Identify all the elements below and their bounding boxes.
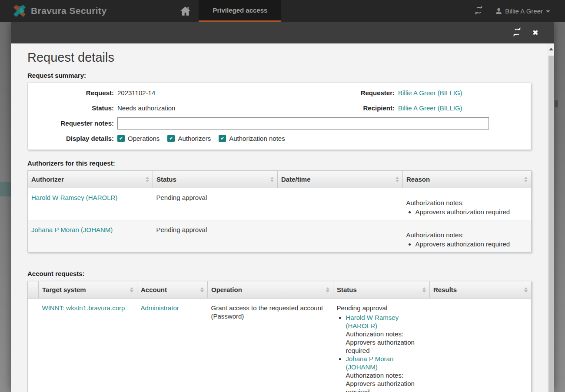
request-value: 20231102-14	[117, 89, 341, 96]
checkbox-authorizers[interactable]: Authorizers	[167, 135, 211, 142]
requester-label: Requester:	[344, 89, 395, 96]
authorizer-status: Pending approval	[153, 220, 278, 252]
bravura-logo-icon	[12, 3, 27, 19]
modal-body: Request details Request summary: Request…	[11, 43, 554, 392]
sort-icon	[422, 287, 426, 292]
operation-cell: Grant access to the requested account (P…	[208, 299, 333, 392]
scroll-up-icon	[549, 48, 553, 50]
column-header-blank	[28, 281, 39, 299]
close-icon[interactable]: ✖	[532, 28, 538, 37]
checkbox-authorization-notes[interactable]: Authorization notes	[219, 135, 285, 142]
table-row: Johana P Moran (JOHANM) Pending approval…	[28, 220, 532, 252]
display-details-label: Display details:	[28, 135, 114, 142]
modal-refresh-button[interactable]	[514, 29, 520, 37]
authorizers-table: Authorizer Status Date/time	[27, 170, 532, 252]
authorizer-status: Pending approval	[153, 188, 278, 220]
home-icon	[179, 5, 191, 17]
request-summary-box: Request: 20231102-14 Requester: Billie A…	[27, 83, 531, 150]
requester-link[interactable]: Billie A Greer (BILLIG)	[398, 89, 462, 96]
checkbox-operations[interactable]: Operations	[117, 135, 160, 142]
column-header-status[interactable]: Status	[153, 171, 278, 188]
status-value: Needs authorization	[117, 104, 341, 112]
authorizer-link[interactable]: Johana P Moran (JOHANM)	[31, 226, 113, 233]
refresh-icon	[514, 29, 520, 35]
modal-header: ✖	[11, 22, 554, 43]
column-header-datetime[interactable]: Date/time	[278, 171, 403, 188]
request-details-modal: ✖ Request details Request summary: Reque…	[11, 22, 554, 392]
background-page-remnant	[0, 182, 11, 196]
list-item: Harold W Ramsey (HAROLR) Authorization n…	[346, 313, 419, 355]
authorizer-datetime	[278, 188, 403, 220]
column-header-target-system[interactable]: Target system	[39, 281, 137, 299]
account-requests-table: Target system Account Operation Sta	[27, 281, 532, 392]
recipient-label: Recipient:	[344, 104, 395, 112]
table-row: WINNT: wkstn1.bravura.corp Administrator…	[28, 299, 532, 392]
target-system-link[interactable]: WINNT: wkstn1.bravura.corp	[42, 304, 125, 312]
scrollbar-thumb[interactable]	[548, 56, 554, 392]
sort-icon	[326, 287, 329, 292]
requester-notes-input[interactable]	[117, 117, 489, 130]
summary-heading: Request summary:	[27, 72, 531, 79]
background-page-remnant	[555, 100, 558, 107]
scroll-up-button[interactable]	[548, 43, 554, 55]
chevron-down-icon	[546, 10, 550, 13]
results-cell	[430, 299, 532, 392]
sort-icon	[130, 287, 133, 292]
refresh-icon	[475, 7, 482, 13]
sort-icon	[270, 177, 274, 182]
approver-link[interactable]: Johana P Moran (JOHANM)	[346, 355, 394, 371]
status-label: Status:	[28, 104, 114, 112]
requester-notes-label: Requester notes:	[28, 120, 114, 127]
page-title: Request details	[27, 50, 531, 65]
column-header-reason[interactable]: Reason	[403, 171, 532, 188]
authorizer-link[interactable]: Harold W Ramsey (HAROLR)	[31, 194, 117, 201]
home-button[interactable]	[172, 0, 199, 22]
account-link[interactable]: Administrator	[141, 304, 179, 312]
user-menu[interactable]: Billie A Greer	[495, 7, 550, 15]
user-name: Billie A Greer	[505, 7, 543, 15]
sort-icon	[396, 177, 399, 182]
brand[interactable]: Bravura Security	[12, 3, 106, 19]
row-selector-cell	[28, 299, 39, 392]
authorizer-reason: Authorization notes: Approvers authoriza…	[403, 220, 532, 252]
checkbox-checked-icon	[117, 135, 125, 142]
recipient-link[interactable]: Billie A Greer (BILLIG)	[398, 104, 462, 112]
column-header-account[interactable]: Account	[137, 281, 208, 299]
top-navbar: Bravura Security Privileged access Billi…	[0, 0, 565, 22]
status-cell: Pending approval Harold W Ramsey (HAROLR…	[333, 299, 430, 392]
navbar-refresh-button[interactable]	[475, 7, 482, 15]
checkbox-checked-icon	[219, 135, 226, 142]
checkbox-checked-icon	[167, 135, 175, 142]
authorizer-datetime	[278, 220, 403, 252]
list-item: Johana P Moran (JOHANM) Authorization no…	[346, 355, 419, 392]
tab-privileged-access[interactable]: Privileged access	[199, 0, 281, 22]
user-icon	[495, 7, 502, 15]
request-label: Request:	[28, 89, 114, 96]
table-row: Harold W Ramsey (HAROLR) Pending approva…	[28, 188, 532, 220]
sort-icon	[524, 287, 528, 292]
sort-icon	[146, 177, 149, 182]
column-header-operation[interactable]: Operation	[208, 281, 333, 299]
column-header-authorizer[interactable]: Authorizer	[28, 171, 153, 188]
brand-name: Bravura Security	[31, 6, 106, 16]
modal-scrollbar[interactable]	[548, 43, 554, 392]
sort-icon	[524, 177, 528, 182]
accounts-heading: Account requests:	[27, 270, 531, 277]
approver-link[interactable]: Harold W Ramsey (HAROLR)	[346, 314, 399, 329]
sort-icon	[200, 287, 204, 292]
column-header-results[interactable]: Results	[430, 281, 532, 299]
authorizer-reason: Authorization notes: Approvers authoriza…	[403, 188, 532, 220]
column-header-status[interactable]: Status	[333, 281, 430, 299]
authorizers-heading: Authorizers for this request:	[27, 159, 531, 167]
